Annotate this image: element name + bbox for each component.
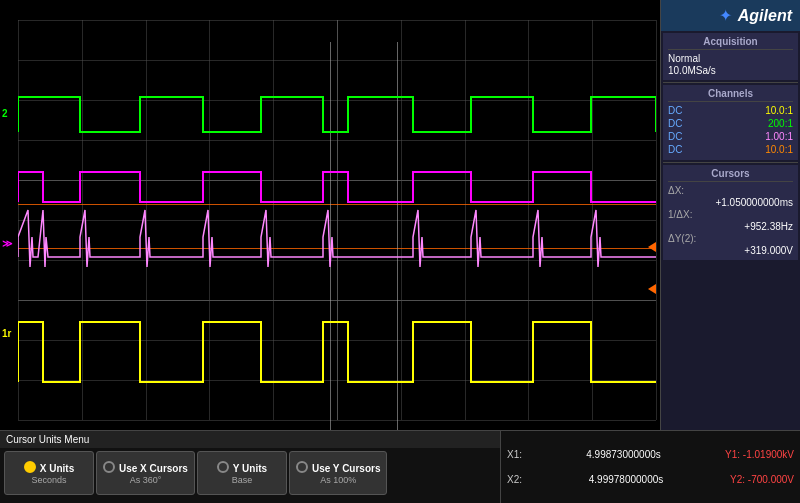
inv-dx-value-row: +952.38Hz	[668, 221, 793, 232]
ch4-row: DC 10.0:1	[668, 144, 793, 155]
y-units-label: Y Units	[233, 463, 267, 474]
acquisition-title: Acquisition	[668, 36, 793, 50]
use-y-cursors-sublabel: As 100%	[320, 475, 356, 485]
y1-value: Y1: -1.01900kV	[725, 449, 794, 460]
bottom-right-readings: X1: 4.99873000000s Y1: -1.01900kV X2: 4.…	[500, 430, 800, 503]
logo-area: ✦ Agilent	[661, 0, 800, 31]
inv-dx-row: 1/ΔX:	[668, 209, 793, 220]
use-y-cursors-label: Use Y Cursors	[312, 463, 381, 474]
y-units-button[interactable]: Y Units Base	[197, 451, 287, 495]
acquisition-mode-row: Normal	[668, 53, 793, 64]
ch3-row: DC 1.00:1	[668, 131, 793, 142]
cursors-title: Cursors	[668, 168, 793, 182]
x2-reading-row: X2: 4.99978000000s Y2: -700.000V	[507, 474, 794, 485]
y2-value: Y2: -700.000V	[730, 474, 794, 485]
use-x-cursors-sublabel: As 360°	[130, 475, 162, 485]
x1-reading-row: X1: 4.99873000000s Y1: -1.01900kV	[507, 449, 794, 460]
ch2-marker: 2	[2, 108, 8, 119]
channels-title: Channels	[668, 88, 793, 102]
scope-display: 2 ≫ 1r	[0, 0, 660, 430]
x1-value: 4.99873000000s	[586, 449, 661, 460]
use-x-cursors-button[interactable]: Use X Cursors As 360°	[96, 451, 195, 495]
use-y-cursors-button[interactable]: Use Y Cursors As 100%	[289, 451, 388, 495]
right-panel: ✦ Agilent Acquisition Normal 10.0MSa/s C…	[660, 0, 800, 430]
use-x-cursors-label: Use X Cursors	[119, 463, 188, 474]
use-y-cursors-radio	[296, 461, 308, 473]
y-units-radio	[217, 461, 229, 473]
brand-logo: Agilent	[738, 7, 792, 25]
delta-y2-row: ΔY(2):	[668, 233, 793, 244]
channels-section: Channels DC 10.0:1 DC 200:1 DC 1.00:1 DC…	[663, 85, 798, 160]
y-units-sublabel: Base	[232, 475, 253, 485]
ch1-row: DC 10.0:1	[668, 105, 793, 116]
x-units-label: X Units	[40, 463, 74, 474]
ch4-marker: 1r	[2, 328, 11, 339]
acquisition-mode: Normal	[668, 53, 700, 64]
x-units-sublabel: Seconds	[31, 475, 66, 485]
cursors-section: Cursors ΔX: +1.050000000ms 1/ΔX: +952.38…	[663, 165, 798, 260]
x-units-button[interactable]: X Units Seconds	[4, 451, 94, 495]
ch2-row: DC 200:1	[668, 118, 793, 129]
agilent-star-icon: ✦	[719, 6, 732, 25]
x2-value: 4.99978000000s	[589, 474, 664, 485]
delta-y2-value-row: +319.000V	[668, 245, 793, 256]
acquisition-rate: 10.0MSa/s	[668, 65, 716, 76]
use-x-cursors-radio	[103, 461, 115, 473]
x2-label: X2:	[507, 474, 522, 485]
acquisition-rate-row: 10.0MSa/s	[668, 65, 793, 76]
x1-label: X1:	[507, 449, 522, 460]
delta-x-value-row: +1.050000000ms	[668, 197, 793, 208]
grid-container	[18, 20, 656, 420]
ch1-marker: ≫	[2, 238, 12, 249]
x-units-radio	[24, 461, 36, 473]
delta-x-row: ΔX:	[668, 185, 793, 196]
acquisition-section: Acquisition Normal 10.0MSa/s	[663, 33, 798, 80]
